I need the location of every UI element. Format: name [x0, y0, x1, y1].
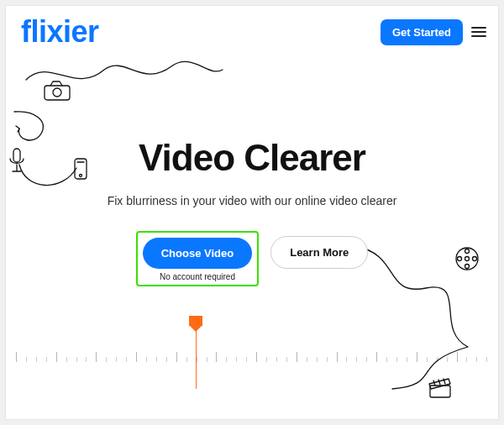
- timeline-playhead-icon[interactable]: [196, 317, 197, 389]
- header-right: Get Started: [381, 19, 486, 45]
- get-started-button[interactable]: Get Started: [381, 19, 463, 45]
- logo-link[interactable]: flixier: [21, 14, 99, 50]
- svg-rect-12: [430, 386, 450, 397]
- choose-video-button[interactable]: Choose Video: [143, 238, 252, 269]
- logo-text: flixier: [21, 14, 99, 50]
- header: flixier Get Started: [6, 6, 498, 55]
- clapboard-icon: [428, 377, 453, 399]
- timeline-ticks: [6, 352, 498, 362]
- learn-more-button[interactable]: Learn More: [270, 236, 368, 269]
- hamburger-menu-icon[interactable]: [471, 24, 486, 39]
- page-title: Video Clearer: [6, 137, 498, 179]
- hero-section: Video Clearer Fix blurriness in your vid…: [6, 55, 498, 286]
- page-subtitle: Fix blurriness in your video with our on…: [6, 194, 498, 207]
- choose-video-highlight: Choose Video No account required: [136, 231, 259, 286]
- app-window: flixier Get Started: [5, 5, 499, 420]
- choose-video-subtext: No account required: [160, 272, 235, 281]
- timeline: [6, 332, 498, 362]
- cta-row: Choose Video No account required Learn M…: [6, 231, 498, 286]
